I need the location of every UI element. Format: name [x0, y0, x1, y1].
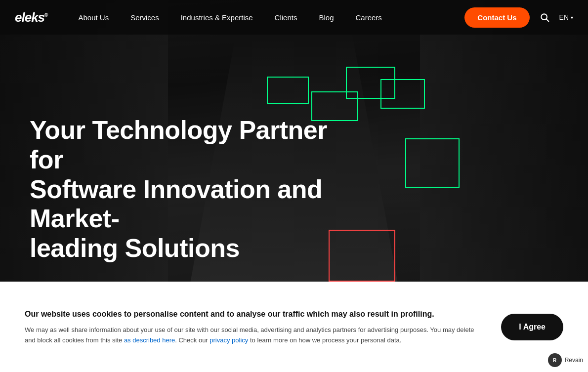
- revain-icon: R: [548, 353, 562, 367]
- nav-industries[interactable]: Industries & Expertise: [170, 0, 264, 35]
- svg-line-1: [546, 19, 548, 22]
- detection-box-1: [267, 77, 309, 104]
- logo[interactable]: eleks®: [15, 10, 47, 25]
- cookie-body: We may as well share information about y…: [25, 325, 481, 346]
- detection-box-6: [329, 230, 395, 282]
- revain-label: Revain: [565, 357, 583, 364]
- nav-links: About Us Services Industries & Expertise…: [67, 0, 464, 35]
- language-selector[interactable]: EN ▾: [559, 13, 573, 21]
- nav-clients[interactable]: Clients: [264, 0, 308, 35]
- nav-right: Contact Us EN ▾: [464, 7, 573, 28]
- hero-text-block: Your Technology Partner for Software Inn…: [30, 116, 336, 263]
- cookie-banner: Our website uses cookies to personalise …: [0, 282, 588, 372]
- cookie-link-described-here[interactable]: as described here: [124, 336, 175, 344]
- revain-badge: R Revain: [548, 353, 583, 367]
- detection-box-4: [380, 79, 425, 109]
- nav-services[interactable]: Services: [120, 0, 170, 35]
- agree-button[interactable]: I Agree: [501, 314, 563, 340]
- nav-careers[interactable]: Careers: [344, 0, 392, 35]
- cookie-bar-inner: Our website uses cookies to personalise …: [25, 308, 563, 346]
- contact-us-button[interactable]: Contact Us: [464, 7, 529, 28]
- chevron-down-icon: ▾: [571, 15, 573, 20]
- cookie-text-block: Our website uses cookies to personalise …: [25, 308, 481, 346]
- cookie-title: Our website uses cookies to personalise …: [25, 308, 481, 320]
- detection-box-5: [405, 138, 460, 188]
- hero-headline: Your Technology Partner for Software Inn…: [30, 116, 336, 263]
- search-icon[interactable]: [540, 12, 549, 22]
- main-nav: eleks® About Us Services Industries & Ex…: [0, 0, 588, 35]
- nav-about-us[interactable]: About Us: [67, 0, 120, 35]
- cookie-link-privacy-policy[interactable]: privacy policy: [210, 336, 248, 344]
- nav-blog[interactable]: Blog: [308, 0, 344, 35]
